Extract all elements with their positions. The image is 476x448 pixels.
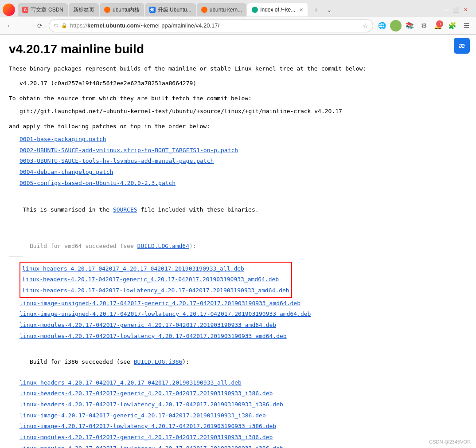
patch-item-4: 0004-debian-changelog.patch (20, 167, 467, 178)
i386-log-link[interactable]: BUILD.LOG.i386 (134, 358, 183, 365)
tab-ubuntu-kernel[interactable]: ubuntu内核 (100, 3, 144, 16)
fetch-text: To obtain the source from which they are… (9, 93, 467, 103)
i386-text-after: ): (182, 358, 189, 365)
firefox-icon[interactable] (3, 4, 15, 16)
git-url: git://git.launchpad.net/~ubuntu-kernel-t… (20, 106, 467, 116)
star-icon[interactable]: ☆ (363, 22, 368, 29)
sources-text-after: file included with these binaries. (137, 206, 259, 213)
amd64-file-3: linux-headers-4.20.17-042017-lowlatency_… (22, 285, 289, 296)
i386-file-link-2[interactable]: linux-headers-4.20.17-042017-generic_4.2… (20, 390, 273, 397)
tab-actions: + ⌄ (310, 4, 335, 16)
patches-intro: and apply the following patches on top i… (9, 121, 467, 131)
ae-extension-icon: æ (454, 38, 470, 54)
notifications-wrap: 🔔 0 (432, 20, 444, 32)
amd64-text-before: Build for amd64 succeeded (see (30, 243, 137, 249)
patches-list: 0001-base-packaging.patch 0002-UBUNTU-SA… (20, 134, 467, 189)
amd64-log-link[interactable]: BUILD.LOG.amd64 (137, 243, 189, 249)
tab-close-icon[interactable]: ✕ (299, 7, 303, 13)
restore-button[interactable]: ⬜ (453, 7, 459, 13)
amd64-file-link-2[interactable]: linux-headers-4.20.17-042017-generic_4.2… (22, 276, 279, 283)
i386-file-4: linux-image-4.20.17-042017-generic_4.20.… (20, 410, 467, 421)
tab-ubuntu-kern2[interactable]: ubuntu kern... (197, 3, 246, 16)
patch-link-3[interactable]: 0003-UBUNTU-SAUCE-tools-hv-lsvmbus-add-m… (20, 157, 214, 164)
close-button[interactable]: ✕ (463, 7, 469, 13)
i386-file-2: linux-headers-4.20.17-042017-generic_4.2… (20, 388, 467, 399)
i386-file-link-3[interactable]: linux-headers-4.20.17-042017-lowlatency_… (20, 401, 283, 408)
tab-bar: C 写文章-CSDN 新标签页 ubuntu内核 知 升级 Ubuntu... … (0, 0, 476, 17)
extensions-button[interactable]: 🧩 (446, 20, 458, 32)
profile-icon[interactable] (390, 20, 402, 31)
amd64-file-link-6[interactable]: linux-modules-4.20.17-042017-generic_4.2… (20, 322, 276, 328)
forward-button[interactable]: → (19, 20, 31, 32)
pocket-icon[interactable]: 🌐 (376, 20, 388, 32)
url-path: /~kernel-ppa/mainline/v4.20.17/ (139, 22, 219, 29)
i386-build-section: Build for i386 succeeded (see BUILD.LOG.… (9, 346, 467, 448)
watermark: CSDN @2345VOR (429, 439, 471, 444)
amd64-file-2: linux-headers-4.20.17-042017-generic_4.2… (22, 274, 289, 285)
patch-link-4[interactable]: 0004-debian-changelog.patch (20, 169, 113, 175)
sources-link[interactable]: SOURCES (113, 206, 137, 213)
amd64-text-after: ): (189, 243, 196, 249)
amd64-file-link-5[interactable]: linux-image-unsigned-4.20.17-042017-lowl… (20, 310, 311, 317)
url-protocol: https:// (70, 22, 87, 29)
i386-file-6: linux-modules-4.20.17-042017-generic_4.2… (20, 432, 467, 443)
amd64-build-section: Build for amd64 succeeded (see BUILD.LOG… (9, 231, 467, 342)
patch-item-2: 0002-UBUNTU-SAUCE-add-vmlinux.strip-to-B… (20, 145, 467, 156)
url-display: https://kernel.ubuntu.com/~kernel-ppa/ma… (70, 22, 360, 29)
patch-link-5[interactable]: 0005-configs-based-on-Ubuntu-4.20.0-2.3.… (20, 180, 176, 186)
amd64-file-link-4[interactable]: linux-image-unsigned-4.20.17-042017-gene… (20, 300, 300, 307)
amd64-file-link-7[interactable]: linux-modules-4.20.17-042017-lowlatency_… (20, 333, 287, 339)
tab-upgrade-ubuntu[interactable]: 知 升级 Ubuntu... (145, 3, 196, 16)
url-domain: kernel.ubuntu.com (87, 22, 139, 29)
patch-link-1[interactable]: 0001-base-packaging.patch (20, 136, 106, 142)
i386-file-link-4[interactable]: linux-image-4.20.17-042017-generic_4.20.… (20, 412, 266, 419)
intro-text: These binary packages represent builds o… (9, 63, 467, 74)
amd64-file-1: linux-headers-4.20.17-042017_4.20.17-042… (22, 263, 289, 275)
menu-button[interactable]: ☰ (460, 20, 472, 32)
notification-badge: 0 (436, 20, 443, 28)
amd64-file-7: linux-modules-4.20.17-042017-lowlatency_… (20, 331, 467, 342)
i386-file-link-7[interactable]: linux-modules-4.20.17-042017-lowlatency_… (20, 445, 283, 448)
extensions-area: ⚙ (417, 20, 430, 32)
patch-item-5: 0005-configs-based-on-Ubuntu-4.20.0-2.3.… (20, 178, 467, 189)
i386-file-7: linux-modules-4.20.17-042017-lowlatency_… (20, 443, 467, 448)
patch-link-2[interactable]: 0002-UBUNTU-SAUCE-add-vmlinux.strip-to-B… (20, 147, 238, 153)
tab-index[interactable]: Index of /~ke... ✕ (247, 3, 308, 16)
toolbar-right: 🌐 📚 ⚙ 🔔 0 🧩 ☰ (376, 20, 472, 32)
new-tab-button[interactable]: + (310, 4, 322, 16)
extension-icon-1[interactable]: ⚙ (417, 20, 430, 32)
commit-version: v4.20.17 (c0ad257a19f48c56f2ee2e623a7825… (20, 78, 467, 88)
amd64-file-link-1[interactable]: linux-headers-4.20.17-042017_4.20.17-042… (22, 265, 244, 272)
sources-text-before: This is summarised in the (23, 206, 113, 213)
amd64-file-6: linux-modules-4.20.17-042017-generic_4.2… (20, 320, 467, 331)
lock-icon: 🔒 (61, 23, 67, 28)
amd64-build-header: Build for amd64 succeeded (see BUILD.LOG… (9, 231, 467, 262)
i386-files: linux-headers-4.20.17-042017_4.20.17-042… (20, 377, 467, 448)
sources-line: This is summarised in the SOURCES file i… (9, 194, 467, 225)
tab-csdn[interactable]: C 写文章-CSDN (18, 3, 68, 16)
i386-file-link-1[interactable]: linux-headers-4.20.17-042017_4.20.17-042… (20, 379, 242, 386)
i386-file-link-6[interactable]: linux-modules-4.20.17-042017-generic_4.2… (20, 434, 273, 440)
i386-file-5: linux-image-4.20.17-042017-lowlatency_4.… (20, 421, 467, 432)
amd64-file-link-3[interactable]: linux-headers-4.20.17-042017-lowlatency_… (22, 287, 289, 294)
patch-item-3: 0003-UBUNTU-SAUCE-tools-hv-lsvmbus-add-m… (20, 156, 467, 167)
i386-text-before: Build for i386 succeeded (see (30, 358, 134, 365)
refresh-button[interactable]: ⟳ (34, 20, 46, 32)
bookmark-icon[interactable]: 📚 (403, 20, 416, 32)
amd64-files-highlighted: linux-headers-4.20.17-042017_4.20.17-042… (20, 262, 292, 298)
tab-list-button[interactable]: ⌄ (324, 4, 335, 16)
patch-item-1: 0001-base-packaging.patch (20, 134, 467, 145)
minimize-button[interactable]: — (443, 7, 449, 13)
security-icon: 🛡 (54, 23, 59, 28)
address-bar[interactable]: 🛡 🔒 https://kernel.ubuntu.com/~kernel-pp… (49, 19, 373, 32)
i386-build-header: Build for i386 succeeded (see BUILD.LOG.… (9, 346, 467, 377)
i386-file-3: linux-headers-4.20.17-042017-lowlatency_… (20, 399, 467, 410)
tab-new[interactable]: 新标签页 (69, 3, 99, 16)
i386-file-link-5[interactable]: linux-image-4.20.17-042017-lowlatency_4.… (20, 423, 276, 429)
window-controls: — ⬜ ✕ (443, 7, 473, 13)
back-button[interactable]: ← (4, 20, 16, 32)
amd64-files-normal: linux-image-unsigned-4.20.17-042017-gene… (20, 298, 467, 342)
page-title: v4.20.17 mainline build (9, 42, 467, 56)
browser-chrome: C 写文章-CSDN 新标签页 ubuntu内核 知 升级 Ubuntu... … (0, 0, 476, 35)
amd64-file-5: linux-image-unsigned-4.20.17-042017-lowl… (20, 309, 467, 320)
